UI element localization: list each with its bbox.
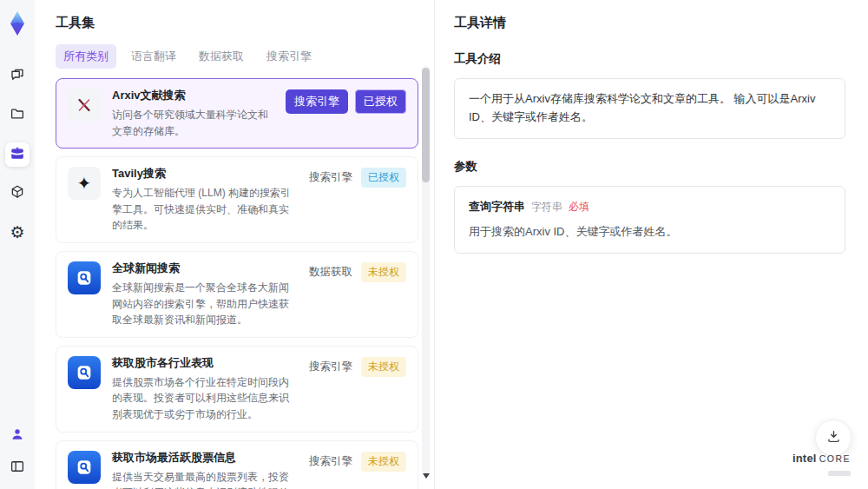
sidebar-item-folder[interactable]: [5, 103, 30, 128]
tool-card-tags: 搜索引擎已授权: [309, 168, 406, 188]
tool-name: 全球新闻搜索: [112, 261, 298, 276]
tool-description: 提供股票市场各个行业在特定时间段内的表现。投资者可以利用这些信息来识别表现优于或…: [112, 374, 298, 423]
param-header: 查询字符串 字符串 必填: [469, 198, 831, 216]
arxiv-icon: [68, 89, 101, 122]
intel-brand-text: intel: [792, 452, 817, 465]
tab-1[interactable]: 语言翻译: [123, 44, 184, 69]
tool-card-tags: 搜索引擎未授权: [309, 357, 406, 377]
sidebar-item-chat[interactable]: [5, 64, 30, 89]
chat-icon: [10, 67, 25, 86]
scrollbar-down-arrow-icon[interactable]: [423, 473, 430, 479]
tab-3[interactable]: 搜索引擎: [259, 44, 319, 69]
tool-list-panel: 工具集 所有类别语言翻译数据获取搜索引擎 Arxiv文献搜索访问各个研究领域大量…: [35, 0, 434, 489]
tool-name: 获取股市各行业表现: [112, 355, 298, 371]
sidebar-item-cube[interactable]: [5, 182, 30, 206]
param-type: 字符串: [531, 199, 562, 215]
tool-card[interactable]: 获取股市各行业表现提供股票市场各个行业在特定时间段内的表现。投资者可以利用这些信…: [56, 346, 418, 433]
auth-badge: 未授权: [361, 357, 406, 377]
blue-search-icon: [68, 451, 101, 484]
scrollbar-thumb[interactable]: [422, 68, 430, 182]
tool-card[interactable]: Arxiv文献搜索访问各个研究领域大量科学论文和文章的存储库。搜索引擎已授权: [56, 78, 418, 149]
detail-title: 工具详情: [454, 15, 845, 31]
folder-icon: [10, 106, 25, 125]
panel-toggle-icon: [10, 459, 25, 478]
gear-icon: ⚙: [10, 224, 24, 241]
core-brand-text: CORE: [819, 453, 851, 464]
sidebar-item-gear[interactable]: ⚙: [5, 221, 30, 245]
tool-card-main: Arxiv文献搜索访问各个研究领域大量科学论文和文章的存储库。: [112, 88, 274, 139]
sidebar-bottom: [5, 424, 30, 480]
tool-name: Tavily搜索: [112, 166, 298, 182]
tool-cards: Arxiv文献搜索访问各个研究领域大量科学论文和文章的存储库。搜索引擎已授权✦T…: [56, 78, 418, 489]
tool-card-tags: 数据获取未授权: [309, 262, 406, 282]
tool-name: 获取市场最活跃股票信息: [112, 450, 298, 466]
user-icon: [10, 426, 25, 446]
param-required-badge: 必填: [569, 199, 589, 215]
app-logo-icon[interactable]: [5, 10, 30, 36]
tool-card-main: 获取股市各行业表现提供股票市场各个行业在特定时间段内的表现。投资者可以利用这些信…: [112, 355, 298, 423]
tool-card-main: Tavily搜索专为人工智能代理 (LLM) 构建的搜索引擎工具。可快速提供实时…: [112, 166, 298, 234]
intel-logo-sub-mark: [828, 471, 851, 476]
app-root: ⚙ 工具集 所有类别语言翻译数据获取搜索引擎 Arxiv文献搜索访问各个研究领域…: [0, 0, 868, 489]
tool-card[interactable]: 全球新闻搜索全球新闻搜索是一个聚合全球各大新闻网站内容的搜索引擎，帮助用户快速获…: [56, 251, 418, 338]
tab-2[interactable]: 数据获取: [191, 44, 252, 69]
tab-0[interactable]: 所有类别: [56, 44, 116, 69]
tool-card[interactable]: 获取市场最活跃股票信息提供当天交易量最高的股票列表，投资者可以利用这些信息来识别…: [56, 440, 418, 489]
tool-card-main: 全球新闻搜索全球新闻搜索是一个聚合全球各大新闻网站内容的搜索引擎，帮助用户快速获…: [112, 261, 298, 328]
param-description: 用于搜索的Arxiv ID、关键字或作者姓名。: [469, 223, 831, 241]
category-label: 搜索引擎: [309, 454, 352, 469]
tool-detail-panel: 工具详情 工具介绍 一个用于从Arxiv存储库搜索科学论文和文章的工具。 输入可…: [434, 0, 868, 489]
category-badge: 搜索引擎: [286, 89, 348, 114]
blue-search-icon: [68, 356, 101, 389]
tool-name: Arxiv文献搜索: [112, 88, 274, 103]
category-label: 搜索引擎: [309, 360, 352, 374]
tool-card[interactable]: ✦Tavily搜索专为人工智能代理 (LLM) 构建的搜索引擎工具。可快速提供实…: [56, 156, 418, 243]
cube-icon: [10, 184, 25, 203]
category-label: 搜索引擎: [309, 170, 352, 185]
auth-badge: 已授权: [361, 168, 406, 188]
param-name: 查询字符串: [469, 198, 525, 216]
tool-description: 访问各个研究领域大量科学论文和文章的存储库。: [112, 107, 274, 139]
category-tabs: 所有类别语言翻译数据获取搜索引擎: [56, 44, 415, 69]
auth-badge: 未授权: [361, 262, 406, 282]
sidebar-item-panel-toggle[interactable]: [5, 456, 30, 480]
blue-search-icon: [68, 261, 101, 294]
category-label: 数据获取: [309, 265, 352, 280]
auth-badge: 已授权: [355, 89, 406, 114]
sidebar: ⚙: [0, 0, 35, 489]
download-icon: [825, 428, 842, 447]
tool-description: 专为人工智能代理 (LLM) 构建的搜索引擎工具。可快速提供实时、准确和真实的结…: [112, 185, 298, 234]
auth-badge: 未授权: [361, 452, 406, 472]
sidebar-nav: ⚙: [5, 64, 30, 245]
briefcase-icon: [10, 145, 25, 164]
tool-card-tags: 搜索引擎未授权: [309, 452, 406, 472]
star-icon: ✦: [68, 167, 101, 200]
tool-card-main: 获取市场最活跃股票信息提供当天交易量最高的股票列表，投资者可以利用这些信息来识别…: [112, 450, 298, 489]
sidebar-item-briefcase[interactable]: [5, 142, 30, 167]
intel-core-logo: intelCORE: [792, 451, 851, 479]
page-title: 工具集: [56, 15, 415, 31]
param-box: 查询字符串 字符串 必填 用于搜索的Arxiv ID、关键字或作者姓名。: [454, 186, 845, 254]
tool-description: 全球新闻搜索是一个聚合全球各大新闻网站内容的搜索引擎，帮助用户快速获取全球最新资…: [112, 280, 298, 328]
intro-heading: 工具介绍: [454, 51, 845, 67]
list-scrollbar[interactable]: [422, 66, 430, 475]
tool-card-tags: 搜索引擎已授权: [286, 89, 406, 114]
params-heading: 参数: [454, 159, 845, 175]
tool-description: 提供当天交易量最高的股票列表，投资者可以利用这些信息来识别流动性强的股票和潜在的…: [112, 469, 298, 489]
intro-text-box: 一个用于从Arxiv存储库搜索科学论文和文章的工具。 输入可以是Arxiv ID…: [454, 78, 845, 139]
sidebar-item-user[interactable]: [5, 424, 30, 448]
